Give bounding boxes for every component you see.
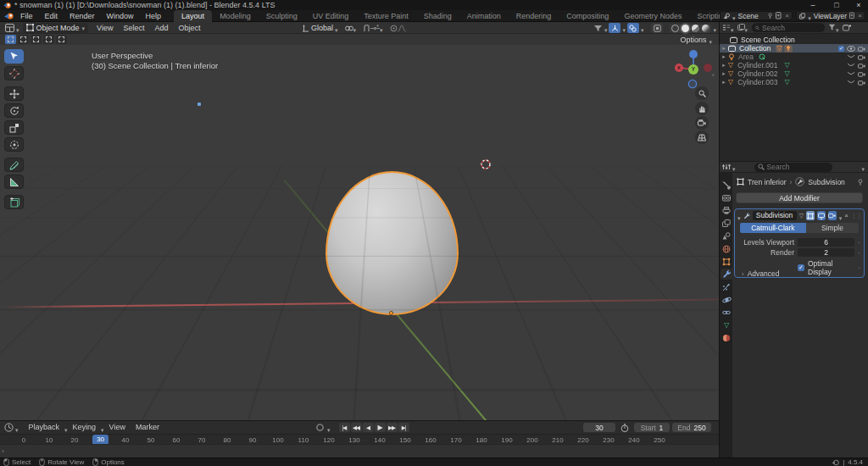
close-button[interactable]: ×	[849, 0, 868, 10]
maximize-button[interactable]: □	[827, 0, 846, 10]
minimize-button[interactable]: –	[804, 0, 822, 10]
timeline-editor-icon[interactable]	[4, 423, 14, 432]
show-object-types-icon[interactable]	[593, 25, 603, 32]
on-cage-toggle[interactable]: ▽	[799, 213, 804, 219]
toggle-perspective-button[interactable]	[695, 130, 709, 144]
filter-chevron[interactable]	[836, 20, 839, 36]
expand-arrow[interactable]: ▸	[720, 79, 728, 86]
tab-geometry-nodes[interactable]: Geometry Nodes	[616, 10, 689, 22]
tab-shading[interactable]: Shading	[416, 10, 459, 22]
new-view-layer-icon[interactable]	[849, 12, 855, 19]
menu-edit[interactable]: Edit	[39, 10, 64, 22]
tab-output[interactable]	[721, 205, 732, 216]
scene-selector[interactable]: Scene ×	[720, 11, 793, 20]
id-filter-chevron[interactable]	[745, 20, 748, 36]
tool-annotate[interactable]	[4, 158, 24, 172]
expand-arrow[interactable]: ▸	[720, 62, 728, 69]
simple-button[interactable]: Simple	[806, 223, 859, 233]
frame-end-field[interactable]: End 250	[672, 423, 711, 432]
viewport-3d[interactable]: Object Mode View Select Add Object Globa…	[0, 22, 719, 420]
camera-restrict-icon[interactable]	[858, 54, 865, 60]
eye-closed-icon[interactable]	[847, 71, 855, 76]
realtime-display-toggle[interactable]	[817, 211, 826, 220]
outliner-display-mode-icon[interactable]	[722, 24, 731, 31]
pin-icon[interactable]	[767, 13, 773, 19]
pan-view-button[interactable]	[695, 102, 709, 115]
snap-target-icon[interactable]	[370, 25, 380, 32]
viewport-menu-object[interactable]: Object	[173, 22, 205, 34]
levels-viewport-field[interactable]: 6	[798, 238, 854, 247]
unlink-scene-icon[interactable]: ×	[785, 12, 789, 19]
shading-material-button[interactable]	[692, 25, 699, 32]
falloff-curve-icon[interactable]	[398, 25, 406, 32]
menu-help[interactable]: Help	[140, 10, 168, 22]
viewport-options-dropdown[interactable]: Options	[680, 32, 712, 47]
select-mode-invert-button[interactable]	[43, 35, 54, 44]
animate-dot[interactable]: ·	[858, 264, 860, 272]
display-mode-chevron[interactable]	[731, 20, 734, 36]
play-reverse-button[interactable]: ◀	[363, 423, 374, 432]
tab-texture-paint[interactable]: Texture Paint	[356, 10, 416, 22]
render-field[interactable]: 2	[798, 248, 854, 257]
tab-animation[interactable]: Animation	[459, 10, 509, 22]
tab-particles[interactable]	[721, 281, 732, 292]
viewport-menu-add[interactable]: Add	[149, 22, 173, 34]
camera-restrict-icon[interactable]	[858, 80, 865, 86]
eye-closed-icon[interactable]	[847, 54, 855, 59]
row-collection[interactable]: ▸ Collection ▽	[720, 44, 868, 53]
modifier-drag-handle[interactable]: ⋮⋮	[851, 213, 861, 219]
timeline-editor-chevron[interactable]	[15, 420, 19, 435]
tool-move[interactable]	[4, 86, 24, 101]
new-scene-icon[interactable]	[776, 12, 782, 19]
menu-window[interactable]: Window	[101, 10, 140, 22]
tab-compositing[interactable]: Compositing	[559, 10, 616, 22]
modifier-collapse-chevron[interactable]	[737, 208, 741, 224]
animate-dot[interactable]: ·	[858, 239, 860, 247]
properties-search[interactable]	[754, 163, 832, 172]
snap-magnet-icon[interactable]	[363, 25, 370, 32]
play-button[interactable]: ▶	[375, 423, 386, 432]
proportional-edit-icon[interactable]	[390, 25, 398, 32]
tab-object[interactable]	[721, 256, 732, 267]
tab-sculpting[interactable]: Sculpting	[259, 10, 305, 22]
timeline-editor[interactable]: Playback Keying View Marker |◀ ◀◀ ◀ ▶ ▶▶…	[0, 420, 719, 458]
tool-measure[interactable]	[4, 175, 24, 189]
tab-constraints[interactable]	[721, 307, 732, 318]
properties-editor-icon[interactable]	[722, 163, 731, 171]
delete-modifier-icon[interactable]: ×	[844, 212, 849, 219]
add-modifier-button[interactable]: Add Modifier	[736, 192, 863, 203]
viewport-menu-view[interactable]: View	[92, 22, 118, 34]
modifier-name-field[interactable]: Subdivision	[753, 211, 797, 220]
collection-checkbox[interactable]	[838, 46, 844, 52]
tab-modeling[interactable]: Modeling	[212, 10, 259, 22]
modifier-extras-chevron[interactable]	[839, 208, 843, 224]
camera-restrict-icon[interactable]	[858, 63, 865, 69]
tool-transform[interactable]	[4, 137, 24, 152]
properties-search-input[interactable]	[767, 163, 826, 171]
editor-type-icon[interactable]	[5, 24, 14, 32]
light-object-dot[interactable]	[198, 103, 201, 106]
tab-layout[interactable]: Layout	[174, 10, 212, 22]
remove-view-layer-icon[interactable]: ×	[858, 12, 862, 19]
new-collection-icon[interactable]	[843, 24, 851, 31]
current-frame-field[interactable]: 30	[583, 423, 615, 432]
gizmos-toggle[interactable]	[609, 23, 620, 33]
orientation-selector[interactable]: Global	[302, 22, 406, 34]
viewport-menu-select[interactable]: Select	[118, 22, 149, 34]
tab-tool[interactable]	[721, 180, 732, 191]
playback-menu[interactable]: Playback	[24, 421, 65, 434]
eye-closed-icon[interactable]	[847, 63, 855, 68]
keying-menu[interactable]: Keying	[68, 421, 102, 434]
expand-arrow[interactable]: ▸	[720, 53, 728, 60]
tab-rendering[interactable]: Rendering	[509, 10, 559, 22]
tool-cursor[interactable]	[4, 66, 24, 80]
animate-dot[interactable]: ·	[858, 249, 860, 257]
shading-solid-button[interactable]	[682, 25, 689, 32]
row-cylinder-002[interactable]: ▸ ▽ Cylinder.002 ▽	[720, 69, 868, 78]
tab-modifiers[interactable]	[721, 269, 732, 280]
pivot-point-icon[interactable]	[345, 25, 353, 32]
outliner-search[interactable]	[752, 23, 825, 32]
tool-rotate[interactable]	[4, 103, 24, 118]
tab-material[interactable]	[721, 332, 732, 343]
optimal-display-checkbox[interactable]	[798, 264, 804, 271]
